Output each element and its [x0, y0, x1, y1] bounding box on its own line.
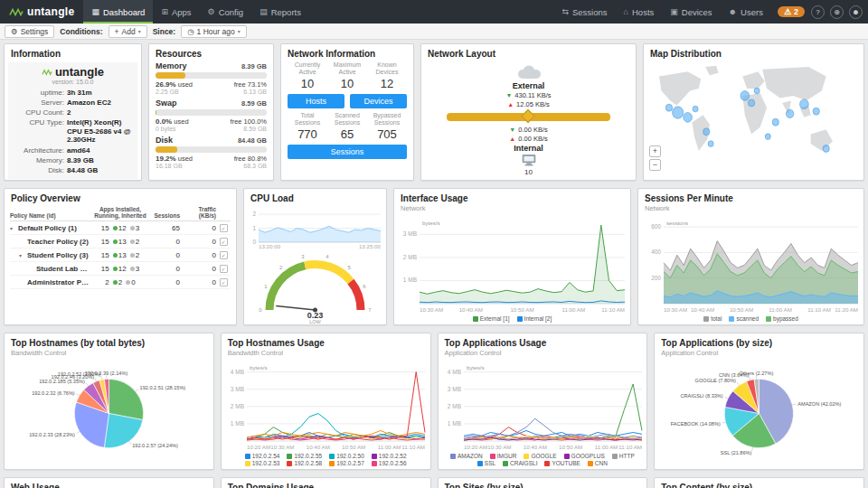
cloud-icon: [514, 64, 544, 80]
tree-caret-icon[interactable]: ▾: [10, 225, 16, 231]
hosts-button[interactable]: Hosts: [288, 94, 344, 108]
svg-text:192.0.2.57 (24.24%): 192.0.2.57 (24.24%): [132, 443, 178, 448]
since-select[interactable]: ◷ 1 Hour ago ▾: [181, 25, 247, 38]
interface-bar[interactable]: [447, 113, 611, 121]
svg-text:CRAIGSLI (8.33%): CRAIGSLI (8.33%): [681, 393, 723, 399]
policy-row[interactable]: Teacher Policy (2) 15132 0 0 ✓: [10, 235, 231, 249]
resource-swap: Swap8.59 GB 0.0% usedfree 100.0% 0 bytes…: [149, 97, 273, 134]
edit-policy-icon[interactable]: ✓: [220, 278, 228, 286]
policy-row[interactable]: ▾Default Policy (1) 15123 65 0 ✓: [10, 221, 231, 235]
policy-row[interactable]: Administrator Policy (7) 220 0 0 ✓: [10, 276, 231, 289]
interface-usage-chart: 3 MB2 MB1 MB10:30 AM10:40 AM10:50 AM11:0…: [394, 213, 630, 314]
running-count: 12: [113, 224, 127, 232]
nav-item-sessions[interactable]: ⇆ Sessions: [553, 7, 615, 17]
legend-item[interactable]: HTTP: [612, 453, 635, 459]
legend-item[interactable]: CRAIGSLI: [503, 460, 537, 466]
legend-item[interactable]: AMAZON: [450, 453, 483, 459]
zoom-out-button[interactable]: −: [649, 159, 661, 171]
svg-text:4: 4: [326, 254, 329, 259]
svg-text:5: 5: [348, 265, 352, 270]
plus-icon: +: [115, 27, 119, 36]
add-condition-button[interactable]: + Add ▾: [108, 25, 147, 38]
disk-bar-fill: [156, 146, 177, 153]
edit-policy-icon[interactable]: ✓: [220, 265, 228, 273]
account-button[interactable]: ☻: [849, 5, 863, 19]
legend-item[interactable]: total: [703, 315, 722, 322]
settings-button[interactable]: ⚙ Settings: [5, 25, 54, 38]
untangle-wave-icon: [42, 69, 52, 76]
legend-item[interactable]: 192.0.2.56: [372, 460, 407, 466]
widget-subtitle: Network: [394, 204, 630, 213]
running-dot-icon: [113, 253, 118, 258]
zoom-in-button[interactable]: +: [649, 145, 661, 157]
widget-network-layout: Network Layout External ▼430.11 KB/s ▲12…: [420, 43, 637, 181]
edit-policy-icon[interactable]: ✓: [220, 224, 228, 232]
widget-title: Policy Overview: [5, 189, 236, 204]
info-value: Intel(R) Xeon(R) CPU E5-2686 v4 @ 2.30GH…: [67, 118, 134, 145]
sessions-button[interactable]: Sessions: [288, 145, 407, 159]
widget-top-content-size: Top Content (by size): [654, 477, 864, 488]
help-button[interactable]: ?: [811, 5, 825, 19]
legend-item[interactable]: 192.0.2.55: [287, 453, 322, 459]
network-layout-body: External ▼430.11 KB/s ▲12.05 KB/s ▼0.00 …: [421, 60, 636, 180]
policy-row[interactable]: ▾Student Policy (3) 15132 0 0 ✓: [10, 249, 231, 262]
legend-item[interactable]: bypassed: [766, 315, 798, 322]
legend-item[interactable]: 192.0.2.54: [245, 453, 280, 459]
hosts-icon: ⌂: [624, 7, 628, 16]
legend-item[interactable]: Internal [2]: [517, 315, 552, 322]
legend-item[interactable]: 192.0.2.52: [372, 453, 407, 459]
legend-item[interactable]: GOOGPLUS: [564, 453, 605, 459]
navbar-right: ⇆ Sessions ⌂ Hosts ▣ Devices ☻ Users ⚠ 2…: [553, 0, 868, 23]
svg-text:6: 6: [363, 284, 366, 289]
svg-text:0: 0: [252, 239, 256, 245]
nav-item-users[interactable]: ☻ Users: [721, 7, 771, 17]
nav-item-devices[interactable]: ▣ Devices: [662, 7, 720, 17]
inherited-count: 2: [130, 238, 139, 246]
policy-table: Policy Name (id) Apps Installed, Running…: [10, 205, 231, 322]
devices-button[interactable]: Devices: [350, 94, 407, 108]
alerts-button[interactable]: ⚠ 2: [778, 6, 805, 17]
legend-item[interactable]: 192.0.2.50: [329, 453, 364, 459]
legend-item[interactable]: External [1]: [473, 315, 510, 322]
stat-total-sessions: Total Sessions770: [288, 112, 327, 141]
svg-text:3 MB: 3 MB: [231, 386, 244, 392]
tree-caret-icon[interactable]: ▾: [19, 252, 25, 258]
legend-item[interactable]: GOOGLE: [524, 453, 556, 459]
untangle-logo[interactable]: untangle: [0, 0, 83, 23]
svg-text:11:20 AM: 11:20 AM: [835, 306, 858, 313]
policy-row[interactable]: Student Lab Policy (4) 15123 0 0 ✓: [10, 262, 231, 276]
resource-total: 84.48 GB: [238, 136, 267, 145]
col-policy-name: Policy Name (id): [10, 212, 91, 219]
top-hostnames-pie-chart: 192.0.2.51 (28.15%)192.0.2.57 (24.24%)19…: [5, 358, 213, 469]
nav-tab-config[interactable]: ⚙ Config: [200, 0, 252, 23]
nav-tab-dashboard[interactable]: ▦ Dashboard: [83, 0, 153, 23]
map-distribution-body[interactable]: + −: [644, 60, 863, 180]
running-dot-icon: [113, 226, 118, 230]
nav-tab-reports[interactable]: ▤ Reports: [251, 0, 309, 23]
legend-swatch: [473, 316, 478, 322]
svg-text:1: 1: [252, 225, 256, 231]
legend-item[interactable]: 192.0.2.58: [287, 460, 322, 466]
widget-map-distribution: Map Distribution: [643, 43, 864, 181]
widget-top-sites-size: Top Sites (by size): [438, 477, 648, 488]
edit-policy-icon[interactable]: ✓: [220, 238, 228, 246]
legend-item[interactable]: YOUTUBE: [544, 460, 580, 466]
svg-text:10:40 AM: 10:40 AM: [459, 306, 483, 313]
network-information-body: Currently Active10 Maximum Active10 Know…: [281, 60, 413, 164]
nav-item-label: Sessions: [572, 7, 608, 17]
legend-item[interactable]: scanned: [729, 315, 759, 322]
nav-item-hosts[interactable]: ⌂ Hosts: [616, 7, 663, 17]
widget-title: Network Information: [281, 44, 413, 60]
global-button[interactable]: ⊕: [830, 5, 844, 19]
legend-item[interactable]: SSL: [477, 460, 495, 466]
nav-tab-apps[interactable]: ⊞ Apps: [153, 0, 199, 23]
legend-item[interactable]: 192.0.2.53: [245, 460, 280, 466]
legend-item[interactable]: 192.0.2.57: [329, 460, 364, 466]
svg-text:600: 600: [651, 223, 661, 230]
edit-policy-icon[interactable]: ✓: [220, 251, 228, 259]
reports-icon: ▤: [259, 7, 268, 16]
legend-item[interactable]: CNN: [588, 460, 608, 466]
information-version: version: 15.0.0: [12, 79, 134, 85]
legend-item[interactable]: IMGUR: [490, 453, 517, 459]
legend-swatch: [287, 461, 292, 466]
